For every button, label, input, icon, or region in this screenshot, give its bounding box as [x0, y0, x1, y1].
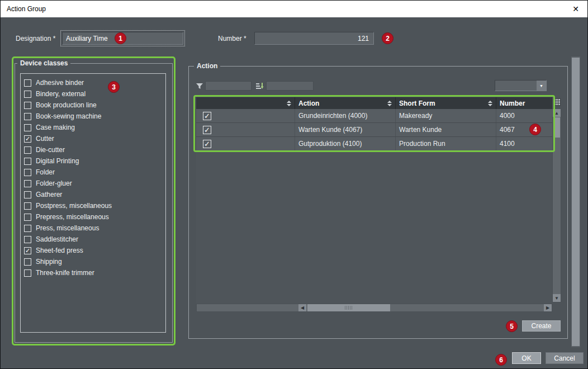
device-class-checkbox[interactable] — [24, 202, 31, 210]
device-class-label: Cutter — [36, 135, 54, 143]
callout-badge-4: 4 — [529, 124, 541, 135]
column-header-number[interactable]: Number — [496, 97, 552, 109]
table-horizontal-scrollbar[interactable]: ◀ ▶ — [196, 304, 552, 312]
device-class-label: Adhesive binder — [36, 79, 84, 87]
device-class-label: Book-sewing machine — [36, 112, 101, 120]
device-class-checkbox[interactable] — [24, 102, 31, 109]
device-class-item[interactable]: Saddlestitcher — [21, 234, 165, 245]
action-group-dialog: Action Group ✕ Designation * Number * De… — [0, 0, 588, 369]
device-class-checkbox[interactable]: ✓ — [24, 247, 31, 254]
device-class-label: Bindery, external — [36, 90, 86, 98]
device-class-label: Sheet-fed press — [36, 247, 83, 254]
table-row[interactable]: ✓Gutproduktion (4100)Production Run4100 — [196, 137, 552, 151]
column-header-label: Action — [298, 100, 319, 107]
close-icon[interactable]: ✕ — [564, 1, 587, 17]
device-class-checkbox[interactable]: ✓ — [24, 135, 31, 143]
device-class-checkbox[interactable] — [24, 113, 31, 120]
device-class-checkbox[interactable] — [24, 91, 31, 98]
table-vertical-scrollbar[interactable]: ▲ ▼ — [552, 108, 561, 302]
row-checkbox[interactable]: ✓ — [203, 140, 211, 148]
cancel-button[interactable]: Cancel — [546, 352, 584, 364]
device-class-item[interactable]: Folder-gluer — [21, 178, 165, 189]
device-class-label: Book production line — [36, 101, 97, 109]
device-class-checkbox[interactable] — [24, 269, 31, 277]
sort-up-icon — [387, 101, 392, 103]
action-table-header: ActionShort FormNumber — [196, 97, 552, 109]
filter-input[interactable] — [205, 81, 252, 91]
scroll-up-icon[interactable]: ▲ — [553, 109, 561, 117]
column-header-label: Number — [500, 100, 525, 107]
column-header-action[interactable]: Action — [295, 97, 396, 109]
device-class-label: Shipping — [36, 258, 62, 266]
column-config-icon[interactable] — [553, 98, 561, 106]
device-class-checkbox[interactable] — [24, 191, 31, 198]
sort-arrows-icon[interactable] — [488, 101, 492, 106]
scroll-down-icon[interactable]: ▼ — [553, 294, 561, 302]
sort-down-icon — [387, 104, 392, 106]
device-class-item[interactable]: Postpress, miscellaneous — [21, 200, 165, 211]
number-input[interactable] — [254, 32, 374, 45]
column-header-short-form[interactable]: Short Form — [396, 97, 496, 109]
device-class-checkbox[interactable] — [24, 124, 31, 131]
device-class-item[interactable]: Digital Printing — [21, 155, 165, 167]
table-row[interactable]: ✓Warten Kunde (4067)Warten Kunde4067 — [196, 123, 552, 137]
device-class-item[interactable]: Gatherer — [21, 189, 165, 200]
scroll-left-icon[interactable]: ◀ — [298, 304, 306, 311]
device-class-item[interactable]: Three-knife trimmer — [21, 267, 165, 278]
scroll-right-icon[interactable]: ▶ — [544, 304, 552, 311]
device-class-item[interactable]: Case making — [21, 122, 165, 133]
device-class-label: Digital Printing — [36, 157, 79, 165]
device-class-checkbox[interactable] — [24, 146, 31, 154]
device-class-checkbox[interactable] — [24, 236, 31, 243]
device-classes-list[interactable]: Adhesive binderBindery, externalBook pro… — [20, 73, 166, 333]
sort-arrows-icon[interactable] — [287, 101, 291, 106]
dialog-scrollbar[interactable] — [571, 56, 580, 347]
device-class-checkbox[interactable] — [24, 169, 31, 176]
title-bar: Action Group ✕ — [1, 1, 587, 17]
callout-badge-1: 1 — [115, 32, 126, 44]
sort-up-icon — [287, 101, 291, 103]
cell-short-form: Production Run — [396, 137, 496, 150]
device-class-item[interactable]: Shipping — [21, 256, 165, 267]
window-title: Action Group — [7, 5, 46, 13]
cell-number: 4000 — [496, 109, 552, 122]
device-class-item[interactable]: Bindery, external — [21, 88, 165, 100]
sort-arrows-icon[interactable] — [387, 101, 392, 106]
sort-down-icon — [488, 104, 492, 106]
sort-input[interactable] — [266, 81, 314, 91]
device-class-item[interactable]: Press, miscellaneous — [21, 223, 165, 234]
device-class-item[interactable]: Book production line — [21, 100, 165, 111]
column-header-label: Short Form — [399, 100, 435, 107]
device-class-checkbox[interactable] — [24, 180, 31, 187]
row-checkbox[interactable]: ✓ — [203, 112, 211, 120]
device-class-checkbox[interactable] — [24, 214, 31, 221]
device-class-label: Folder-gluer — [36, 179, 72, 187]
sort-up-icon — [488, 101, 492, 103]
row-checkbox[interactable]: ✓ — [203, 126, 211, 134]
device-class-item[interactable]: Book-sewing machine — [21, 111, 165, 122]
device-class-label: Prepress, miscellaneous — [36, 213, 109, 221]
device-class-checkbox[interactable] — [24, 225, 31, 232]
device-class-item[interactable]: Prepress, miscellaneous — [21, 211, 165, 223]
device-class-item[interactable]: ✓Sheet-fed press — [21, 245, 165, 256]
table-row[interactable]: ✓Grundeinrichten (4000)Makeready4000 — [196, 109, 552, 123]
dialog-scroll-thumb[interactable] — [572, 58, 580, 346]
device-class-checkbox[interactable] — [24, 258, 31, 266]
device-class-label: Press, miscellaneous — [36, 224, 99, 232]
device-class-checkbox[interactable] — [24, 158, 31, 165]
column-header-select[interactable] — [196, 97, 295, 109]
number-label: Number * — [218, 35, 246, 42]
device-class-item[interactable]: Adhesive binder — [21, 77, 165, 88]
device-class-checkbox[interactable] — [24, 79, 31, 87]
device-class-item[interactable]: ✓Cutter — [21, 133, 165, 144]
horizontal-scroll-thumb[interactable] — [307, 304, 390, 311]
device-class-item[interactable]: Die-cutter — [21, 144, 165, 155]
device-class-item[interactable]: Folder — [21, 167, 165, 178]
action-group-title: Action — [194, 62, 220, 70]
action-filter-combobox[interactable]: ▼ — [495, 80, 547, 91]
combobox-dropdown-icon[interactable]: ▼ — [537, 81, 546, 91]
vertical-scroll-thumb[interactable] — [553, 117, 560, 138]
create-button[interactable]: Create — [522, 320, 561, 332]
filter-icon — [196, 82, 203, 90]
ok-button[interactable]: OK — [512, 352, 541, 364]
